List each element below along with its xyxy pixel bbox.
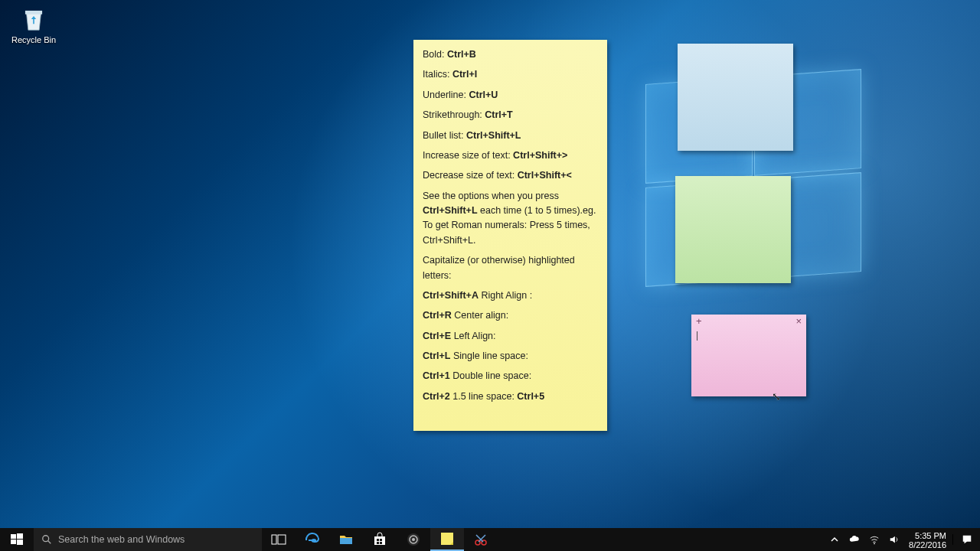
sticky-note-yellow[interactable]: Bold: Ctrl+BItalics: Ctrl+IUnderline: Ct… (413, 40, 607, 431)
svg-line-5 (48, 541, 51, 544)
sticky-note-caret[interactable]: | (691, 327, 806, 341)
svg-rect-6 (272, 535, 276, 544)
tray-overflow-button[interactable] (825, 528, 844, 551)
notification-icon (962, 534, 972, 545)
svg-point-15 (412, 538, 415, 541)
snipping-tool-button[interactable] (464, 528, 498, 551)
action-center-button[interactable] (952, 534, 980, 545)
svg-rect-3 (17, 540, 23, 545)
task-view-button[interactable] (262, 528, 296, 551)
system-tray: 5:35 PM 8/22/2016 (825, 528, 980, 551)
svg-point-19 (874, 543, 875, 544)
search-input[interactable]: Search the web and Windows (34, 528, 262, 551)
snipping-tool-icon (473, 532, 488, 547)
recycle-bin-label: Recycle Bin (11, 35, 56, 44)
tray-onedrive-button[interactable] (844, 528, 864, 551)
svg-rect-2 (11, 540, 16, 544)
speaker-icon (889, 534, 900, 545)
svg-rect-9 (377, 539, 379, 541)
search-placeholder: Search the web and Windows (58, 534, 185, 545)
svg-rect-10 (380, 539, 382, 541)
clock-time: 5:35 PM (909, 531, 946, 540)
tray-volume-button[interactable] (884, 528, 904, 551)
clock-button[interactable]: 5:35 PM 8/22/2016 (904, 530, 952, 549)
svg-rect-12 (380, 542, 382, 544)
windows-logo-icon (11, 533, 23, 546)
recycle-bin[interactable]: Recycle Bin (5, 5, 63, 44)
svg-point-4 (43, 536, 49, 542)
new-note-button[interactable]: + (696, 316, 702, 326)
task-view-icon (271, 532, 286, 547)
svg-rect-7 (278, 535, 286, 544)
search-icon (41, 534, 52, 545)
svg-rect-16 (441, 533, 453, 545)
tray-network-button[interactable] (864, 528, 884, 551)
store-icon (372, 532, 387, 547)
sticky-note-pink[interactable]: + × | (691, 315, 806, 396)
sticky-notes-button[interactable] (430, 528, 464, 551)
chevron-up-icon (829, 534, 840, 545)
obs-studio-icon (406, 532, 421, 547)
edge-button[interactable] (296, 528, 329, 551)
cloud-icon (849, 534, 860, 545)
store-button[interactable] (363, 528, 397, 551)
sticky-notes-icon (439, 531, 455, 546)
sticky-note-green[interactable] (675, 176, 791, 283)
file-explorer-button[interactable] (329, 528, 363, 551)
svg-rect-1 (17, 533, 23, 539)
svg-rect-11 (377, 542, 379, 544)
clock-date: 8/22/2016 (909, 540, 946, 549)
desktop[interactable]: Recycle Bin Bold: Ctrl+BItalics: Ctrl+IU… (0, 0, 980, 551)
taskbar-pinned-apps (262, 528, 498, 551)
sticky-note-titlebar: + × (691, 315, 806, 327)
sticky-note-content[interactable]: Bold: Ctrl+BItalics: Ctrl+IUnderline: Ct… (413, 40, 607, 417)
start-button[interactable] (0, 528, 34, 551)
obs-button[interactable] (397, 528, 430, 551)
svg-rect-0 (11, 534, 16, 539)
sticky-note-blue[interactable] (678, 44, 793, 151)
wifi-icon (869, 534, 880, 545)
edge-icon (305, 532, 320, 547)
recycle-bin-icon (19, 5, 48, 34)
delete-note-button[interactable]: × (795, 316, 802, 326)
taskbar: Search the web and Windows (0, 528, 980, 551)
file-explorer-icon (338, 532, 354, 547)
